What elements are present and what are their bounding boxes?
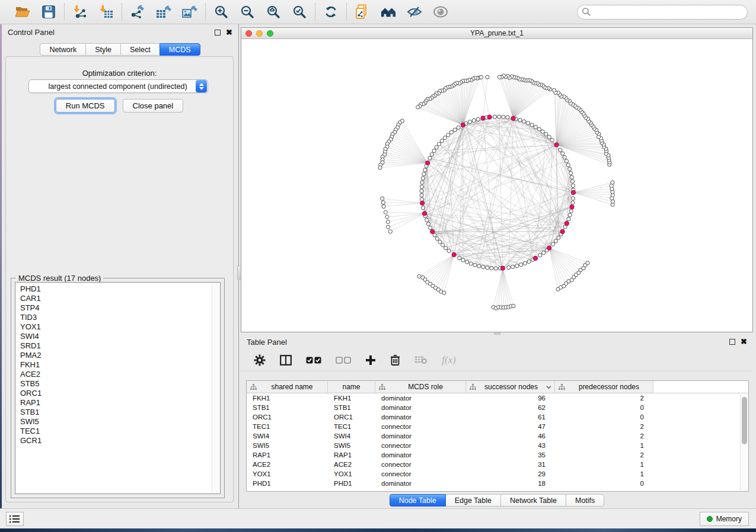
export-table-button[interactable] [156, 4, 171, 20]
mcds-result-item[interactable]: PHD1 [20, 284, 215, 294]
network-canvas[interactable] [241, 39, 752, 332]
table-row[interactable]: TEC1TEC1connector472 [247, 422, 748, 431]
column-header-predecessor-nodes[interactable]: predecessor nodes [555, 381, 653, 393]
tab-motifs[interactable]: Motifs [566, 494, 604, 507]
mcds-result-item[interactable]: GCR1 [20, 436, 215, 446]
result-list-scrollbar[interactable] [212, 283, 219, 493]
table-cell: ORC1 [247, 414, 328, 421]
checked-boxes-icon [306, 357, 321, 364]
table-row[interactable]: SWI5SWI5connector431 [247, 441, 748, 450]
welcome-home-button[interactable] [381, 4, 396, 20]
memory-button[interactable]: Memory [700, 512, 749, 526]
mcds-result-item[interactable]: PMA2 [20, 351, 215, 360]
close-panel-icon[interactable]: ✖ [226, 30, 232, 36]
create-column-button[interactable] [365, 352, 376, 368]
unselect-all-columns-button[interactable] [336, 352, 351, 368]
table-cell: 0 [555, 404, 653, 411]
export-image-button[interactable] [182, 4, 197, 20]
table-cell: 62 [466, 404, 555, 411]
table-cell: 46 [466, 432, 555, 440]
table-scrollbar-thumb[interactable] [742, 397, 747, 444]
table-row[interactable]: RAP1RAP1dominator352 [247, 450, 748, 460]
node-table-header: shared namenameMCDS rolesuccessor nodesp… [247, 381, 748, 393]
tab-style[interactable]: Style [85, 43, 121, 56]
table-row[interactable]: FKH1FKH1dominator962 [247, 393, 748, 403]
table-cell: YOX1 [247, 470, 328, 477]
table-cell: 1 [555, 461, 653, 468]
delete-column-button[interactable] [390, 352, 400, 368]
table-row[interactable]: YOX1YOX1connector291 [247, 469, 748, 479]
mcds-result-item[interactable]: STB5 [20, 379, 215, 389]
table-row[interactable]: STB1STB1dominator620 [247, 403, 748, 412]
zoom-out-button[interactable] [240, 4, 255, 20]
import-table-button[interactable] [98, 4, 114, 20]
tab-edge-table[interactable]: Edge Table [445, 494, 501, 507]
close-panel-icon[interactable]: ✖ [741, 339, 747, 345]
search-input[interactable] [577, 5, 748, 20]
show-highlight-button[interactable] [433, 4, 448, 20]
tab-select[interactable]: Select [120, 43, 160, 56]
tab-network-table[interactable]: Network Table [500, 494, 566, 507]
delete-table-button[interactable] [414, 352, 428, 368]
control-panel-tabs: NetworkStyleSelectMCDS [2, 43, 238, 56]
mcds-result-item[interactable]: YOX1 [20, 322, 215, 332]
criterion-dropdown[interactable]: largest connected component (undirected) [28, 79, 208, 93]
tab-node-table[interactable]: Node Table [390, 494, 446, 507]
network-titlebar[interactable]: YPA_prune.txt_1 [241, 28, 752, 39]
control-panel: Control Panel ✖ NetworkStyleSelectMCDS O… [2, 24, 239, 508]
share-document-icon [355, 4, 369, 20]
mcds-result-item[interactable]: ACE2 [20, 370, 215, 379]
select-all-columns-button[interactable] [306, 352, 321, 368]
import-network-button[interactable] [72, 4, 88, 20]
table-row[interactable]: PHD1PHD1dominator180 [247, 479, 748, 488]
save-session-button[interactable] [41, 4, 56, 20]
mcds-result-item[interactable]: STP4 [20, 303, 215, 313]
mcds-result-item[interactable]: SWI4 [20, 332, 215, 341]
table-row[interactable]: ORC1ORC1dominator610 [247, 412, 748, 422]
table-settings-button[interactable] [254, 352, 266, 368]
network-canvas-svg [241, 39, 752, 332]
mcds-result-item[interactable]: TID3 [20, 313, 215, 322]
mcds-result-item[interactable]: SRD1 [20, 341, 215, 351]
mcds-result-item[interactable]: STB1 [20, 408, 215, 417]
hide-panels-button[interactable] [407, 4, 422, 20]
float-panel-icon[interactable] [215, 30, 221, 36]
zoom-selected-button[interactable] [292, 4, 307, 20]
export-network-button[interactable] [130, 4, 145, 20]
tab-mcds[interactable]: MCDS [160, 43, 200, 56]
zoom-in-button[interactable] [213, 4, 229, 20]
export-network-icon [130, 5, 145, 19]
table-row[interactable]: ACE2ACE2connector311 [247, 460, 748, 469]
table-scrollbar[interactable] [740, 394, 748, 491]
table-cell: SWI4 [247, 432, 328, 440]
open-file-button[interactable] [15, 4, 30, 20]
mcds-result-item[interactable]: RAP1 [20, 398, 215, 408]
run-mcds-button[interactable]: Run MCDS [56, 99, 115, 113]
mcds-result-item[interactable]: TEC1 [20, 427, 215, 436]
table-cell: YOX1 [328, 470, 375, 477]
show-panels-list-button[interactable] [6, 512, 24, 526]
tab-network[interactable]: Network [40, 43, 86, 56]
table-cell: dominator [375, 432, 466, 440]
close-panel-button[interactable]: Close panel [123, 99, 184, 113]
table-cell: STB1 [328, 404, 375, 411]
table-cell: 1 [555, 442, 653, 449]
table-cell: ACE2 [247, 461, 328, 468]
status-bar: Memory [0, 508, 756, 528]
show-columns-button[interactable] [280, 352, 292, 368]
column-header-name[interactable]: name [328, 381, 375, 393]
column-header-successor-nodes[interactable]: successor nodes [466, 381, 555, 393]
mcds-result-item[interactable]: SWI5 [20, 417, 215, 427]
column-header-MCDS-role[interactable]: MCDS role [375, 381, 466, 393]
mcds-result-item[interactable]: ORC1 [20, 389, 215, 398]
refresh-button[interactable] [323, 4, 339, 20]
float-panel-icon[interactable] [729, 339, 735, 345]
share-document-button[interactable] [355, 4, 370, 20]
table-row[interactable]: SWI4SWI4dominator462 [247, 431, 748, 441]
column-header-shared-name[interactable]: shared name [247, 381, 328, 393]
mcds-result-item[interactable]: CAR1 [20, 294, 215, 303]
table-cell: dominator [375, 414, 466, 421]
zoom-fit-button[interactable] [266, 4, 281, 20]
mcds-result-item[interactable]: FKH1 [20, 360, 215, 370]
function-builder-button[interactable]: f(x) [442, 352, 456, 368]
